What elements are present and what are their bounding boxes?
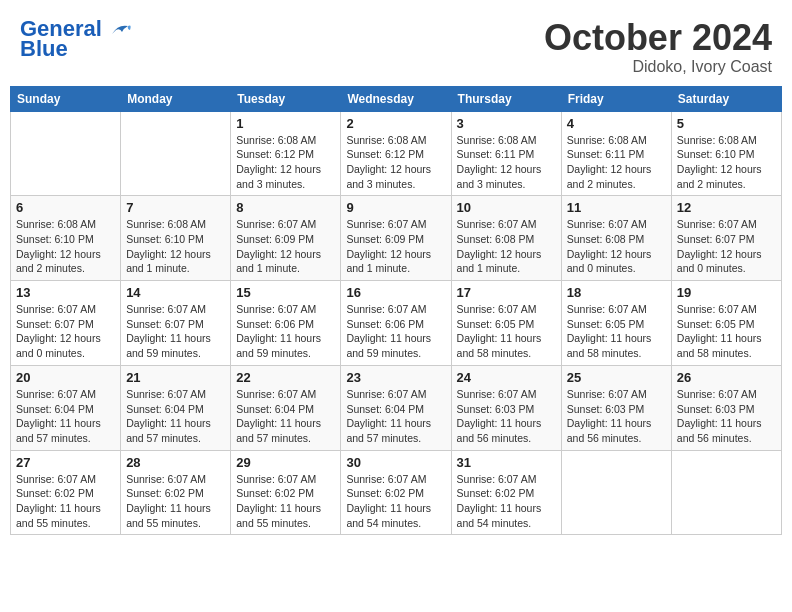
calendar-cell: 9Sunrise: 6:07 AMSunset: 6:09 PMDaylight…: [341, 196, 451, 281]
calendar-cell: [561, 450, 671, 535]
day-info: Sunrise: 6:07 AMSunset: 6:04 PMDaylight:…: [236, 387, 335, 446]
logo: General Blue: [20, 18, 132, 60]
day-number: 18: [567, 285, 666, 300]
day-number: 20: [16, 370, 115, 385]
day-number: 22: [236, 370, 335, 385]
day-number: 26: [677, 370, 776, 385]
calendar-cell: 14Sunrise: 6:07 AMSunset: 6:07 PMDayligh…: [121, 281, 231, 366]
calendar-cell: 2Sunrise: 6:08 AMSunset: 6:12 PMDaylight…: [341, 111, 451, 196]
day-info: Sunrise: 6:07 AMSunset: 6:02 PMDaylight:…: [236, 472, 335, 531]
calendar-cell: 21Sunrise: 6:07 AMSunset: 6:04 PMDayligh…: [121, 365, 231, 450]
calendar-cell: 15Sunrise: 6:07 AMSunset: 6:06 PMDayligh…: [231, 281, 341, 366]
day-info: Sunrise: 6:07 AMSunset: 6:02 PMDaylight:…: [16, 472, 115, 531]
calendar-cell: 27Sunrise: 6:07 AMSunset: 6:02 PMDayligh…: [11, 450, 121, 535]
day-info: Sunrise: 6:07 AMSunset: 6:09 PMDaylight:…: [346, 217, 445, 276]
calendar-cell: 31Sunrise: 6:07 AMSunset: 6:02 PMDayligh…: [451, 450, 561, 535]
day-info: Sunrise: 6:07 AMSunset: 6:06 PMDaylight:…: [236, 302, 335, 361]
day-info: Sunrise: 6:07 AMSunset: 6:03 PMDaylight:…: [567, 387, 666, 446]
logo-blue: Blue: [20, 38, 68, 60]
day-number: 13: [16, 285, 115, 300]
day-number: 15: [236, 285, 335, 300]
calendar-cell: 28Sunrise: 6:07 AMSunset: 6:02 PMDayligh…: [121, 450, 231, 535]
calendar-cell: 19Sunrise: 6:07 AMSunset: 6:05 PMDayligh…: [671, 281, 781, 366]
weekday-header-friday: Friday: [561, 86, 671, 111]
day-number: 14: [126, 285, 225, 300]
calendar-cell: 4Sunrise: 6:08 AMSunset: 6:11 PMDaylight…: [561, 111, 671, 196]
calendar-cell: [11, 111, 121, 196]
day-number: 8: [236, 200, 335, 215]
month-year-title: October 2024: [544, 18, 772, 58]
calendar-cell: 18Sunrise: 6:07 AMSunset: 6:05 PMDayligh…: [561, 281, 671, 366]
calendar-cell: 12Sunrise: 6:07 AMSunset: 6:07 PMDayligh…: [671, 196, 781, 281]
day-info: Sunrise: 6:07 AMSunset: 6:08 PMDaylight:…: [567, 217, 666, 276]
calendar-week-row: 1Sunrise: 6:08 AMSunset: 6:12 PMDaylight…: [11, 111, 782, 196]
day-number: 17: [457, 285, 556, 300]
calendar-cell: 6Sunrise: 6:08 AMSunset: 6:10 PMDaylight…: [11, 196, 121, 281]
day-number: 31: [457, 455, 556, 470]
day-info: Sunrise: 6:07 AMSunset: 6:02 PMDaylight:…: [346, 472, 445, 531]
weekday-header-sunday: Sunday: [11, 86, 121, 111]
location-subtitle: Didoko, Ivory Coast: [544, 58, 772, 76]
calendar-week-row: 6Sunrise: 6:08 AMSunset: 6:10 PMDaylight…: [11, 196, 782, 281]
day-info: Sunrise: 6:07 AMSunset: 6:05 PMDaylight:…: [457, 302, 556, 361]
day-info: Sunrise: 6:07 AMSunset: 6:02 PMDaylight:…: [457, 472, 556, 531]
day-info: Sunrise: 6:07 AMSunset: 6:04 PMDaylight:…: [346, 387, 445, 446]
day-info: Sunrise: 6:07 AMSunset: 6:08 PMDaylight:…: [457, 217, 556, 276]
calendar-cell: 3Sunrise: 6:08 AMSunset: 6:11 PMDaylight…: [451, 111, 561, 196]
day-number: 6: [16, 200, 115, 215]
day-info: Sunrise: 6:07 AMSunset: 6:07 PMDaylight:…: [677, 217, 776, 276]
day-info: Sunrise: 6:08 AMSunset: 6:10 PMDaylight:…: [16, 217, 115, 276]
day-number: 28: [126, 455, 225, 470]
calendar-cell: 8Sunrise: 6:07 AMSunset: 6:09 PMDaylight…: [231, 196, 341, 281]
day-number: 1: [236, 116, 335, 131]
day-info: Sunrise: 6:08 AMSunset: 6:11 PMDaylight:…: [457, 133, 556, 192]
day-number: 30: [346, 455, 445, 470]
day-info: Sunrise: 6:07 AMSunset: 6:09 PMDaylight:…: [236, 217, 335, 276]
day-info: Sunrise: 6:07 AMSunset: 6:04 PMDaylight:…: [16, 387, 115, 446]
weekday-header-row: SundayMondayTuesdayWednesdayThursdayFrid…: [11, 86, 782, 111]
calendar-cell: 7Sunrise: 6:08 AMSunset: 6:10 PMDaylight…: [121, 196, 231, 281]
weekday-header-tuesday: Tuesday: [231, 86, 341, 111]
calendar-week-row: 13Sunrise: 6:07 AMSunset: 6:07 PMDayligh…: [11, 281, 782, 366]
weekday-header-monday: Monday: [121, 86, 231, 111]
title-block: October 2024 Didoko, Ivory Coast: [544, 18, 772, 76]
day-number: 10: [457, 200, 556, 215]
calendar-cell: 24Sunrise: 6:07 AMSunset: 6:03 PMDayligh…: [451, 365, 561, 450]
calendar-week-row: 27Sunrise: 6:07 AMSunset: 6:02 PMDayligh…: [11, 450, 782, 535]
day-info: Sunrise: 6:07 AMSunset: 6:07 PMDaylight:…: [126, 302, 225, 361]
calendar-cell: 16Sunrise: 6:07 AMSunset: 6:06 PMDayligh…: [341, 281, 451, 366]
calendar-cell: 17Sunrise: 6:07 AMSunset: 6:05 PMDayligh…: [451, 281, 561, 366]
day-number: 24: [457, 370, 556, 385]
day-number: 27: [16, 455, 115, 470]
weekday-header-wednesday: Wednesday: [341, 86, 451, 111]
calendar-cell: 22Sunrise: 6:07 AMSunset: 6:04 PMDayligh…: [231, 365, 341, 450]
calendar-cell: [121, 111, 231, 196]
calendar-cell: 23Sunrise: 6:07 AMSunset: 6:04 PMDayligh…: [341, 365, 451, 450]
day-info: Sunrise: 6:07 AMSunset: 6:07 PMDaylight:…: [16, 302, 115, 361]
day-info: Sunrise: 6:07 AMSunset: 6:03 PMDaylight:…: [457, 387, 556, 446]
day-number: 12: [677, 200, 776, 215]
day-info: Sunrise: 6:07 AMSunset: 6:02 PMDaylight:…: [126, 472, 225, 531]
calendar-week-row: 20Sunrise: 6:07 AMSunset: 6:04 PMDayligh…: [11, 365, 782, 450]
day-number: 5: [677, 116, 776, 131]
day-number: 2: [346, 116, 445, 131]
calendar-cell: 20Sunrise: 6:07 AMSunset: 6:04 PMDayligh…: [11, 365, 121, 450]
calendar-cell: 10Sunrise: 6:07 AMSunset: 6:08 PMDayligh…: [451, 196, 561, 281]
day-number: 11: [567, 200, 666, 215]
weekday-header-saturday: Saturday: [671, 86, 781, 111]
page-header: General Blue October 2024 Didoko, Ivory …: [10, 10, 782, 80]
day-number: 9: [346, 200, 445, 215]
day-number: 25: [567, 370, 666, 385]
calendar-cell: 30Sunrise: 6:07 AMSunset: 6:02 PMDayligh…: [341, 450, 451, 535]
day-number: 4: [567, 116, 666, 131]
day-number: 29: [236, 455, 335, 470]
calendar-cell: [671, 450, 781, 535]
day-info: Sunrise: 6:08 AMSunset: 6:10 PMDaylight:…: [677, 133, 776, 192]
day-number: 16: [346, 285, 445, 300]
calendar-table: SundayMondayTuesdayWednesdayThursdayFrid…: [10, 86, 782, 536]
day-info: Sunrise: 6:07 AMSunset: 6:04 PMDaylight:…: [126, 387, 225, 446]
day-info: Sunrise: 6:08 AMSunset: 6:11 PMDaylight:…: [567, 133, 666, 192]
calendar-cell: 11Sunrise: 6:07 AMSunset: 6:08 PMDayligh…: [561, 196, 671, 281]
day-info: Sunrise: 6:08 AMSunset: 6:12 PMDaylight:…: [346, 133, 445, 192]
calendar-cell: 13Sunrise: 6:07 AMSunset: 6:07 PMDayligh…: [11, 281, 121, 366]
